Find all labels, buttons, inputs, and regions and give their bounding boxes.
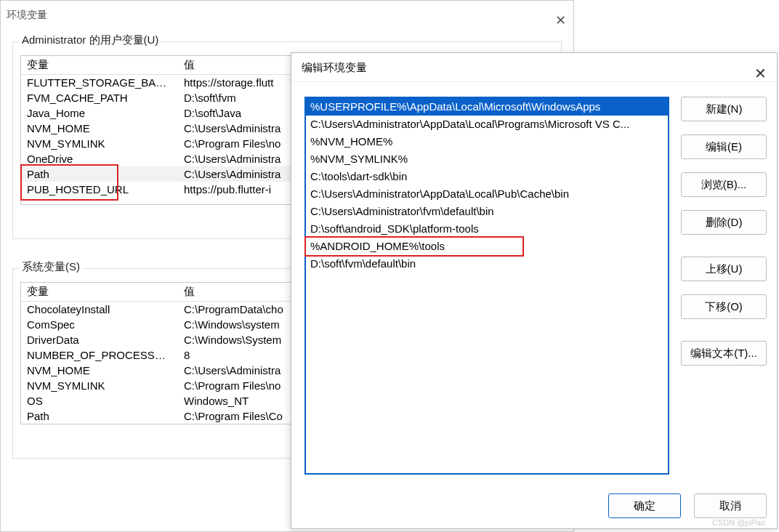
ok-cancel-row: 确定 取消 <box>598 493 767 518</box>
list-item[interactable]: %ANDROID_HOME%\tools <box>306 238 668 255</box>
col-variable: 变量 <box>21 283 178 302</box>
var-name: ChocolateyInstall <box>21 302 178 318</box>
var-name: Java_Home <box>21 105 178 121</box>
var-name: NVM_HOME <box>21 121 178 136</box>
var-name: NVM_HOME <box>21 363 178 378</box>
move-down-button[interactable]: 下移(O) <box>681 294 767 319</box>
list-item[interactable]: C:\tools\dart-sdk\bin <box>306 168 668 185</box>
path-list[interactable]: %USERPROFILE%\AppData\Local\Microsoft\Wi… <box>304 97 669 475</box>
watermark: CSDN @jsPao <box>712 518 765 527</box>
list-item[interactable]: %NVM_HOME% <box>306 133 668 150</box>
var-name: Path <box>21 166 178 182</box>
var-name: OS <box>21 393 178 408</box>
var-name: OneDrive <box>21 151 178 166</box>
list-item[interactable]: D:\soft\android_SDK\platform-tools <box>306 220 668 238</box>
var-name: PUB_HOSTED_URL <box>21 182 178 197</box>
var-name: NUMBER_OF_PROCESSORS <box>21 347 178 363</box>
side-buttons: 新建(N) 编辑(E) 浏览(B)... 删除(D) 上移(U) 下移(O) 编… <box>681 97 767 379</box>
var-name: Path <box>21 408 178 424</box>
var-name: FVM_CACHE_PATH <box>21 90 178 105</box>
var-name: ComSpec <box>21 317 178 332</box>
list-item[interactable]: C:\Users\Administrator\AppData\Local\Pro… <box>306 116 668 133</box>
user-vars-label: Administrator 的用户变量(U) <box>19 33 161 47</box>
dialog-title: 编辑环境变量 ✕ <box>291 53 777 82</box>
var-name: DriverData <box>21 332 178 347</box>
title-text: 编辑环境变量 <box>302 61 367 73</box>
var-name: FLUTTER_STORAGE_BASE_... <box>21 75 178 91</box>
ok-button[interactable]: 确定 <box>608 493 681 518</box>
cancel-button[interactable]: 取消 <box>694 493 767 518</box>
list-item[interactable]: D:\soft\fvm\default\bin <box>306 255 668 273</box>
var-name: NVM_SYMLINK <box>21 378 178 393</box>
edit-button[interactable]: 编辑(E) <box>681 134 767 159</box>
list-item[interactable]: C:\Users\Administrator\AppData\Local\Pub… <box>306 185 668 203</box>
close-icon[interactable]: ✕ <box>555 7 566 34</box>
move-up-button[interactable]: 上移(U) <box>681 257 767 281</box>
edit-env-var-dialog: 编辑环境变量 ✕ %USERPROFILE%\AppData\Local\Mic… <box>291 52 778 529</box>
list-item[interactable]: C:\Users\Administrator\fvm\default\bin <box>306 203 668 220</box>
var-name: NVM_SYMLINK <box>21 136 178 151</box>
col-variable: 变量 <box>21 56 178 75</box>
list-item[interactable]: %USERPROFILE%\AppData\Local\Microsoft\Wi… <box>306 98 668 116</box>
dialog-title: 环境变量 ✕ <box>1 1 573 28</box>
edit-text-button[interactable]: 编辑文本(T)... <box>681 341 767 366</box>
delete-button[interactable]: 删除(D) <box>681 210 767 235</box>
list-item[interactable]: %NVM_SYMLINK% <box>306 150 668 168</box>
new-button[interactable]: 新建(N) <box>681 97 767 121</box>
sys-vars-label: 系统变量(S) <box>19 260 83 274</box>
close-icon[interactable]: ✕ <box>754 59 767 88</box>
browse-button[interactable]: 浏览(B)... <box>681 172 767 197</box>
title-text: 环境变量 <box>7 9 47 20</box>
